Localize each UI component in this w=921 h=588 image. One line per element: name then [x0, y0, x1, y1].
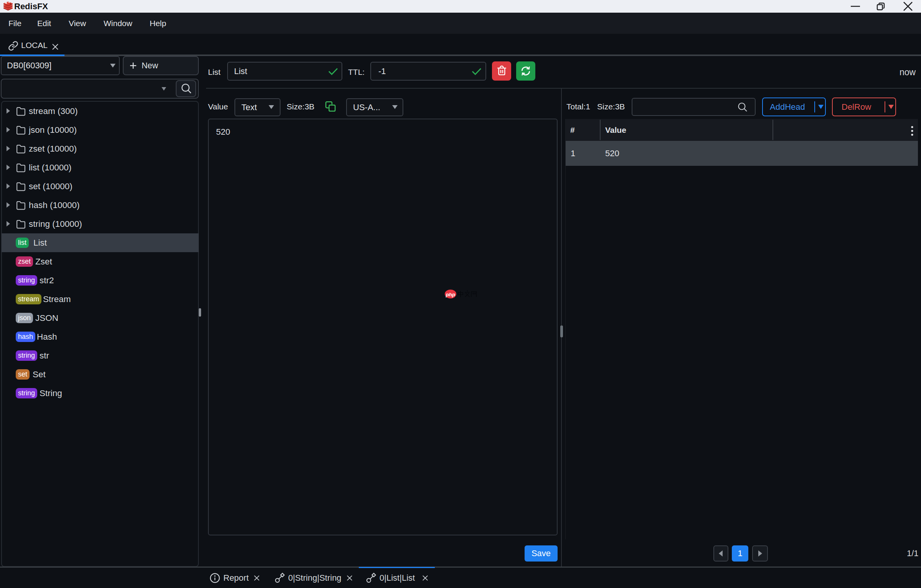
svg-text:php: php: [446, 292, 456, 297]
